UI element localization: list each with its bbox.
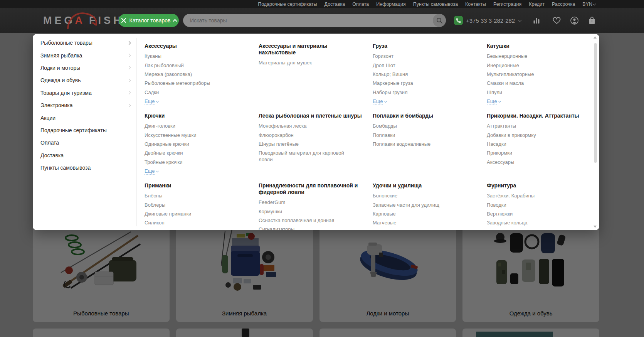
sidebar-item[interactable]: Доставка <box>33 149 136 162</box>
menu-link[interactable]: Поплавки <box>373 130 464 139</box>
topbar-link[interactable]: Кредит <box>529 2 545 7</box>
catalog-button[interactable]: Каталог товаров <box>119 14 179 27</box>
menu-link[interactable]: Запасные части для удилищ <box>373 200 464 209</box>
menu-link[interactable]: Застёжки. Карабины <box>487 191 578 200</box>
megamenu-column: Аксессуары КуканыЛак рыболовныйМережа (р… <box>145 40 249 230</box>
menu-link[interactable]: Тройные крючки <box>145 158 236 167</box>
wishlist-button[interactable] <box>551 15 562 26</box>
topbar-link[interactable]: Доставка <box>325 2 345 7</box>
sidebar-item[interactable]: Товары для туризма <box>33 87 136 99</box>
topbar-link[interactable]: Контакты <box>465 2 486 7</box>
more-toggle[interactable]: Еще <box>145 168 158 174</box>
menu-link[interactable]: FeederGum <box>259 198 350 207</box>
menu-link[interactable]: Куканы <box>145 52 236 61</box>
logo[interactable]: MEGAFISH <box>43 15 124 26</box>
search-bar <box>183 14 446 27</box>
chevron-down-icon <box>593 2 596 5</box>
topbar-link[interactable]: Рассрочка <box>552 2 575 7</box>
menu-link[interactable]: Материалы для мушек <box>259 58 350 67</box>
menu-link[interactable]: Аттрактанты <box>487 121 578 130</box>
menu-link[interactable]: Прикормки <box>487 148 578 157</box>
menu-link[interactable]: Аксессуары <box>487 158 578 167</box>
menu-link[interactable]: Добавки в прикормку <box>487 130 578 139</box>
main-header: MEGAFISH Каталог товаров +375 33 3-282-2… <box>0 8 644 33</box>
menu-link[interactable]: Кольцо; Вишня <box>373 70 464 79</box>
menu-link[interactable]: Горизонт <box>373 52 464 61</box>
menu-link[interactable]: Искусственные мушки <box>145 130 236 139</box>
menu-link[interactable]: Карповые <box>373 209 464 218</box>
sidebar-item[interactable]: Лодки и моторы <box>33 62 136 74</box>
menu-link[interactable]: Монофильная леска <box>259 121 350 130</box>
sidebar-item[interactable]: Одежда и обувь <box>33 74 136 86</box>
logo-text-a: A <box>75 15 86 26</box>
bar-chart-icon <box>532 16 541 25</box>
sidebar-item[interactable]: Оплата <box>33 136 136 149</box>
menu-group: Крючки Джиг-головкиИскусственные мушкиОд… <box>145 113 249 180</box>
topbar-link[interactable]: Оплата <box>352 2 369 7</box>
menu-link[interactable]: Безынерционные <box>487 52 578 61</box>
cart-button[interactable] <box>587 15 597 26</box>
sidebar-item[interactable]: Акции <box>33 111 136 124</box>
menu-link[interactable]: Поводки <box>487 200 578 209</box>
menu-link[interactable]: Вертлюжки <box>487 209 578 218</box>
menu-link[interactable]: Одинарные крючки <box>145 140 236 148</box>
menu-link[interactable]: Флюорокарбон <box>259 130 350 139</box>
sidebar-item-label: Зимняя рыбалка <box>40 52 82 59</box>
more-toggle[interactable]: Еще <box>145 98 158 104</box>
search-button[interactable] <box>433 14 446 27</box>
topbar-link[interactable]: Пункты самовывоза <box>413 2 458 7</box>
scrollbar-thumb[interactable] <box>594 43 597 163</box>
menu-group: Леска рыболовная и плетёные шнуры Монофи… <box>259 113 363 180</box>
menu-link[interactable]: Шнуры плетёные <box>259 140 350 148</box>
menu-link[interactable]: Садки <box>145 88 236 97</box>
menu-link[interactable]: Мережа (раколовка) <box>145 70 236 79</box>
menu-link[interactable]: Силикон <box>145 218 236 227</box>
menu-link[interactable]: Поплавки водоналивные <box>373 140 464 148</box>
currency-selector[interactable]: BYN <box>582 2 595 7</box>
sidebar-item-label: Подарочные сертификаты <box>40 127 107 133</box>
sidebar-item-label: Электроника <box>40 102 73 108</box>
menu-link[interactable]: Джиговые приманки <box>145 209 236 218</box>
menu-link[interactable]: Лак рыболовный <box>145 61 236 69</box>
menu-link[interactable]: Маркерные груза <box>373 79 464 88</box>
phone-block[interactable]: +375 33 3-282-282 <box>454 16 521 25</box>
sidebar-item[interactable]: Пункты самовывоза <box>33 162 136 174</box>
menu-link[interactable]: Шпули <box>487 88 578 97</box>
menu-link[interactable]: Матчевые <box>373 218 464 227</box>
compare-button[interactable] <box>531 15 542 26</box>
menu-link[interactable]: Воблеры <box>145 200 236 209</box>
topbar-link[interactable]: Подарочные сертификаты <box>258 2 317 7</box>
menu-link[interactable]: Блёсны <box>145 191 236 200</box>
scroll-down-arrow[interactable] <box>594 226 597 228</box>
sidebar-item[interactable]: Зимняя рыбалка <box>33 49 136 61</box>
menu-link[interactable]: Болонские <box>373 191 464 200</box>
search-input[interactable] <box>183 14 433 27</box>
megamenu-column: Аксессуары и материалы нахлыстовые Матер… <box>259 40 363 230</box>
menu-link[interactable]: Дроп Шот <box>373 61 464 69</box>
menu-link[interactable]: Смазки и масла <box>487 79 578 88</box>
more-toggle[interactable]: Еще <box>487 98 501 104</box>
account-button[interactable] <box>569 15 580 26</box>
menu-link[interactable]: Насадки <box>487 140 578 148</box>
more-toggle[interactable]: Еще <box>373 98 387 104</box>
catalog-megamenu: Рыболовные товары Зимняя рыбалка Лодки и… <box>33 34 599 230</box>
sidebar-item[interactable]: Электроника <box>33 99 136 111</box>
menu-link[interactable]: Оснастка поплавочная и донная <box>259 216 350 225</box>
menu-link[interactable]: Наборы грузил <box>373 88 464 97</box>
menu-link[interactable]: Двойные крючки <box>145 148 236 157</box>
menu-link[interactable]: Мультипликаторные <box>487 70 578 79</box>
menu-link[interactable]: Инерционные <box>487 61 578 69</box>
topbar-link[interactable]: Регистрация <box>493 2 521 7</box>
sidebar-item[interactable]: Рыболовные товары <box>33 37 136 49</box>
menu-link[interactable]: Рыболовные метеоприборы <box>145 79 236 88</box>
sidebar-item[interactable]: Подарочные сертификаты <box>33 124 136 136</box>
menu-link[interactable]: Джиг-головки <box>145 121 236 130</box>
menu-link[interactable]: Сигнализаторы <box>259 225 350 230</box>
menu-link[interactable]: Кормушки <box>259 207 350 216</box>
topbar-link[interactable]: Информация <box>376 2 406 7</box>
menu-link[interactable]: Заводные кольца <box>487 218 578 227</box>
menu-link[interactable]: Бомбарды <box>373 121 464 130</box>
menu-group-title: Поплавки и бомбарды <box>373 113 478 119</box>
scroll-up-arrow[interactable] <box>594 36 597 39</box>
menu-link[interactable]: Поводковый материал для карповой ловли <box>259 148 350 164</box>
